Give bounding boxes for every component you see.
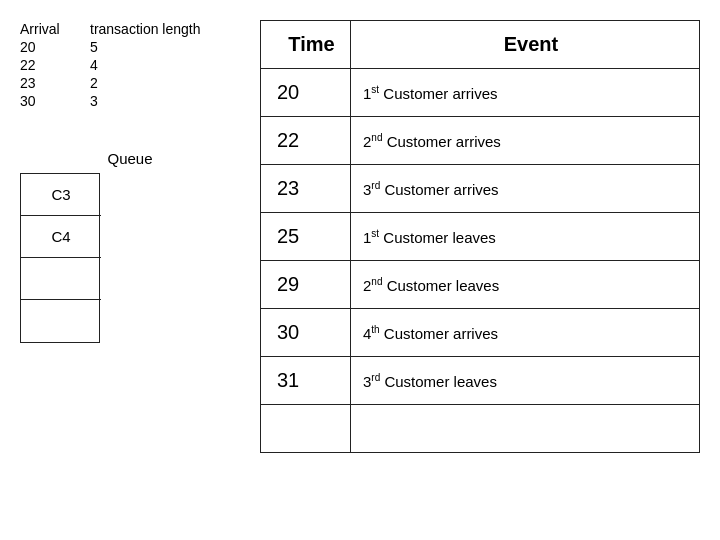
- event-cell-4: 1st Customer leaves: [351, 213, 700, 261]
- time-cell-8: [261, 405, 351, 453]
- queue-label: Queue: [107, 150, 152, 167]
- queue-item-3: [21, 258, 101, 300]
- event-cell-3: 3rd Customer arrives: [351, 165, 700, 213]
- time-cell-3: 23: [261, 165, 351, 213]
- event-cell-7: 3rd Customer leaves: [351, 357, 700, 405]
- arrival-val-1: 20: [20, 38, 90, 56]
- time-cell-5: 29: [261, 261, 351, 309]
- queue-box: C3 C4: [20, 173, 100, 343]
- length-val-1: 5: [90, 38, 209, 56]
- event-cell-5: 2nd Customer leaves: [351, 261, 700, 309]
- length-val-4: 3: [90, 92, 209, 110]
- length-val-2: 4: [90, 56, 209, 74]
- table-row: 30 4th Customer arrives: [261, 309, 700, 357]
- table-row: 23 3rd Customer arrives: [261, 165, 700, 213]
- table-row: 29 2nd Customer leaves: [261, 261, 700, 309]
- event-header: Event: [351, 21, 700, 69]
- table-row: 25 1st Customer leaves: [261, 213, 700, 261]
- queue-item-4: [21, 300, 101, 342]
- length-val-3: 2: [90, 74, 209, 92]
- event-cell-8: [351, 405, 700, 453]
- event-table: Time Event 20 1st Customer arrives 22 2n…: [260, 20, 700, 453]
- arrival-val-4: 30: [20, 92, 90, 110]
- time-cell-2: 22: [261, 117, 351, 165]
- queue-section: Queue C3 C4: [20, 150, 240, 343]
- event-cell-1: 1st Customer arrives: [351, 69, 700, 117]
- table-row: 20 1st Customer arrives: [261, 69, 700, 117]
- time-cell-7: 31: [261, 357, 351, 405]
- time-header: Time: [261, 21, 351, 69]
- event-cell-2: 2nd Customer arrives: [351, 117, 700, 165]
- table-row: [261, 405, 700, 453]
- arrival-header: Arrival: [20, 20, 90, 38]
- table-row: 31 3rd Customer leaves: [261, 357, 700, 405]
- time-cell-6: 30: [261, 309, 351, 357]
- event-cell-6: 4th Customer arrives: [351, 309, 700, 357]
- time-cell-4: 25: [261, 213, 351, 261]
- table-row: 22 2nd Customer arrives: [261, 117, 700, 165]
- queue-item-2: C4: [21, 216, 101, 258]
- right-panel: Time Event 20 1st Customer arrives 22 2n…: [260, 20, 700, 520]
- transaction-header: transaction length: [90, 20, 209, 38]
- arrival-val-2: 22: [20, 56, 90, 74]
- left-panel: Arrival transaction length 20 5 22 4 23 …: [20, 20, 240, 520]
- time-cell-1: 20: [261, 69, 351, 117]
- arrival-table: Arrival transaction length 20 5 22 4 23 …: [20, 20, 240, 110]
- queue-item-1: C3: [21, 174, 101, 216]
- arrival-val-3: 23: [20, 74, 90, 92]
